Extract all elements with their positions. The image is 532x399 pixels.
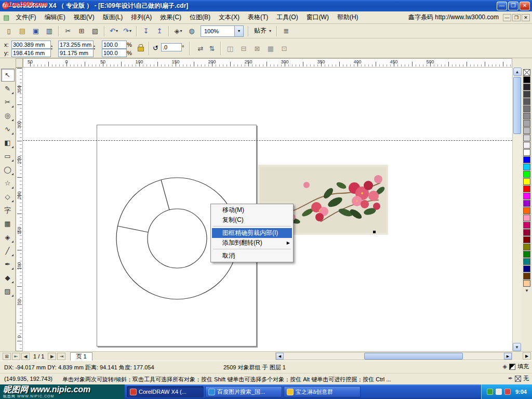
propbar-button-2[interactable]: ⊟ (237, 42, 250, 55)
menu-help[interactable]: 帮助(H) (333, 11, 363, 23)
save-button[interactable]: ▣ (30, 25, 42, 37)
menu-item-copy[interactable]: 复制(C) (212, 215, 292, 225)
color-swatch[interactable] (523, 105, 530, 112)
text-tool[interactable]: 字 (1, 204, 15, 217)
menu-file[interactable]: 文件(F) (11, 11, 40, 23)
page-tab[interactable]: 页 1 (70, 352, 92, 361)
drawing-canvas[interactable]: 移动(M)复制(C)图框精确剪栽内部(I)添加到翻转(R)▶取消 (23, 68, 512, 351)
menu-bitmaps[interactable]: 位图(B) (185, 11, 215, 23)
menu-tools[interactable]: 工具(O) (272, 11, 302, 23)
ruler-origin-box[interactable] (16, 58, 23, 68)
corel-online-button[interactable]: ◍ (185, 25, 198, 37)
color-swatch[interactable] (523, 171, 530, 178)
menu-layout[interactable]: 版面(L) (99, 11, 127, 23)
smart-fill-tool[interactable]: ◧ (1, 136, 15, 149)
vertical-scroll-thumb[interactable] (513, 77, 521, 134)
tray-icon[interactable] (496, 389, 502, 395)
color-swatch[interactable] (523, 273, 530, 280)
color-swatch[interactable] (523, 251, 530, 258)
application-launcher-button[interactable]: ◈▾ (172, 25, 184, 37)
tray-icon[interactable] (504, 389, 511, 395)
crop-tool[interactable]: ✂ (1, 96, 15, 109)
paste-button[interactable]: ▧ (89, 25, 101, 37)
snap-to-button[interactable]: 贴齐 ▾ (251, 25, 274, 37)
scroll-right-button[interactable]: ▶ (504, 353, 512, 360)
mirror-vertical-button[interactable]: ⇅ (206, 42, 218, 55)
menu-arrange[interactable]: 排列(A) (127, 11, 156, 23)
color-swatch[interactable] (523, 236, 530, 243)
horizontal-ruler[interactable]: 50050100150200250300350400450500 (23, 58, 512, 68)
color-swatch[interactable] (523, 76, 530, 83)
menu-item-move[interactable]: 移动(M) (212, 205, 292, 215)
propbar-button-1[interactable]: ◫ (224, 42, 236, 55)
redo-button[interactable]: ↷▾ (121, 25, 134, 37)
color-swatch[interactable] (523, 178, 530, 185)
eyedropper-tool[interactable]: ╱ (1, 244, 15, 257)
undo-button[interactable]: ↶▾ (108, 25, 120, 37)
zoom-tool[interactable]: ◎ (1, 109, 15, 122)
table-tool[interactable]: ▦ (1, 217, 15, 230)
size-stepper[interactable]: ▴ ▾ (94, 44, 95, 50)
menu-window[interactable]: 窗口(W) (302, 11, 333, 23)
position-stepper[interactable]: ▴ ▾ (51, 44, 52, 50)
stepper-down-icon[interactable]: ▾ (94, 47, 95, 50)
propbar-button-4[interactable]: ▦ (264, 42, 277, 55)
color-swatch[interactable] (523, 244, 530, 250)
selection-handle[interactable] (373, 231, 376, 233)
options-button[interactable]: ≣ (280, 25, 292, 37)
menu-edit[interactable]: 编辑(E) (41, 11, 70, 23)
polygon-tool[interactable]: ☆ (1, 177, 15, 190)
interactive-blend-tool[interactable]: ◈ (1, 231, 15, 244)
color-swatch[interactable] (523, 185, 530, 192)
color-swatch[interactable] (523, 222, 530, 229)
color-swatch[interactable] (523, 200, 530, 207)
interactive-fill-tool[interactable]: ▨ (1, 285, 15, 298)
scroll-up-button[interactable]: ▲ (513, 68, 522, 76)
import-button[interactable]: ↧ (140, 25, 152, 37)
shape-tool[interactable]: ✎ (1, 82, 15, 95)
next-page-button[interactable]: ▶ (48, 353, 56, 360)
scroll-down-button[interactable]: ▼ (513, 343, 521, 351)
horizontal-scroll-thumb[interactable] (364, 353, 463, 360)
color-swatch[interactable] (523, 91, 530, 98)
menu-item-cancel[interactable]: 取消 (212, 251, 292, 261)
doc-close-button[interactable]: ✕ (522, 14, 530, 21)
propbar-button-3[interactable]: ⊠ (251, 42, 263, 55)
color-swatch[interactable] (523, 98, 530, 105)
ellipse-tool[interactable]: ◯ (1, 163, 15, 176)
color-swatch[interactable] (523, 265, 530, 272)
menu-effects[interactable]: 效果(C) (156, 11, 185, 23)
copy-button[interactable]: ⊞ (75, 25, 88, 37)
color-swatch[interactable] (523, 229, 530, 236)
palette-scroll-down-button[interactable]: ▼ (523, 288, 530, 293)
close-button[interactable]: ✕ (520, 2, 530, 10)
cut-button[interactable]: ✂ (62, 25, 74, 37)
doc-minimize-button[interactable]: — (503, 14, 511, 21)
freehand-tool[interactable]: ∿ (1, 123, 15, 136)
color-swatch[interactable] (523, 215, 530, 221)
color-swatch[interactable] (523, 164, 530, 170)
minimize-button[interactable]: — (497, 2, 507, 10)
guideline[interactable] (23, 140, 512, 141)
open-button[interactable]: ▤ (16, 25, 29, 37)
stepper-down-icon[interactable]: ▾ (51, 47, 52, 50)
color-swatch[interactable] (523, 135, 530, 141)
menu-item-powerclip-inside[interactable]: 图框精确剪栽内部(I) (212, 228, 292, 238)
tray-icon[interactable] (487, 389, 493, 395)
color-swatch[interactable] (523, 84, 530, 90)
doc-restore-button[interactable]: ❐ (512, 14, 521, 21)
chevron-down-icon[interactable]: ▾ (234, 26, 243, 36)
horizontal-scrollbar[interactable]: ◀ ▶ (275, 352, 512, 360)
color-swatch[interactable] (523, 149, 530, 156)
export-button[interactable]: ↥ (153, 25, 166, 37)
rectangle-tool[interactable]: ▭ (1, 150, 15, 163)
taskbar-task[interactable]: 宝之淋ǎ创意群 (284, 386, 361, 397)
new-document-button[interactable]: ▯ (3, 25, 15, 37)
color-swatch[interactable] (523, 113, 530, 119)
restore-button[interactable]: ❐ (508, 2, 518, 10)
prev-page-button[interactable]: ◀ (21, 353, 30, 360)
last-page-button[interactable]: ⇥ (57, 353, 65, 360)
pick-tool[interactable]: ↖ (1, 69, 15, 82)
basic-shapes-tool[interactable]: ◇ (1, 190, 15, 203)
object-height-field[interactable] (58, 49, 94, 57)
